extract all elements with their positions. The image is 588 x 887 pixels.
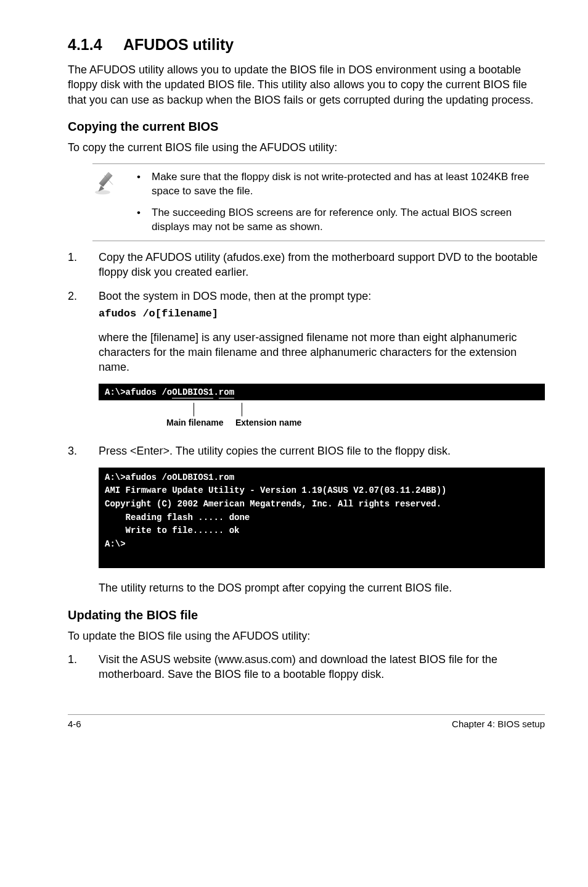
section-heading: 4.1.4AFUDOS utility [68,36,545,54]
step-item: Boot the system in DOS mode, then at the… [68,289,545,375]
after-terminal-text: The utility returns to the DOS prompt af… [99,580,545,595]
step-item: Press <Enter>. The utility copies the cu… [68,444,545,458]
step-item: Copy the AFUDOS utility (afudos.exe) fro… [68,250,545,280]
terminal-main-filename: OLDBIOS1 [172,387,213,398]
copying-lead: To copy the current BIOS file using the … [68,140,545,155]
svg-point-0 [95,191,110,195]
updating-heading: Updating the BIOS file [68,608,545,622]
page-number: 4-6 [68,719,81,729]
svg-rect-2 [99,173,112,187]
terminal-prefix: A:\>afudos /o [105,387,172,397]
chapter-label: Chapter 4: BIOS setup [452,719,545,729]
terminal-ext: rom [219,387,234,398]
page-footer: 4-6 Chapter 4: BIOS setup [68,714,545,729]
section-number: 4.1.4 [68,36,123,54]
updating-lead: To update the BIOS file using the AFUDOS… [68,629,545,643]
annot-main-label: Main filename [166,418,224,427]
filename-annotation: Main filename Extension name [99,403,545,431]
step-text: Boot the system in DOS mode, then at the… [99,290,371,302]
intro-paragraph: The AFUDOS utility allows you to update … [68,62,545,107]
step-item: Visit the ASUS website (www.asus.com) an… [68,652,545,682]
note-block: Make sure that the floppy disk is not wr… [92,163,545,241]
terminal-output: A:\>afudos /oOLDBIOS1.rom AMI Firmware U… [99,468,545,569]
section-title: AFUDOS utility [123,36,234,53]
annot-ext-label: Extension name [235,418,301,427]
terminal-output: A:\>afudos /oOLDBIOS1.rom [99,384,545,401]
note-item: Make sure that the floppy disk is not wr… [134,170,545,199]
terminal-dot: . [213,387,218,397]
note-item: The succeeding BIOS screens are for refe… [134,206,545,234]
step-subtext: where the [filename] is any user-assigne… [99,330,545,375]
step-code: afudos /o[filename] [99,307,545,321]
note-pencil-icon [92,170,122,200]
copying-heading: Copying the current BIOS [68,120,545,134]
